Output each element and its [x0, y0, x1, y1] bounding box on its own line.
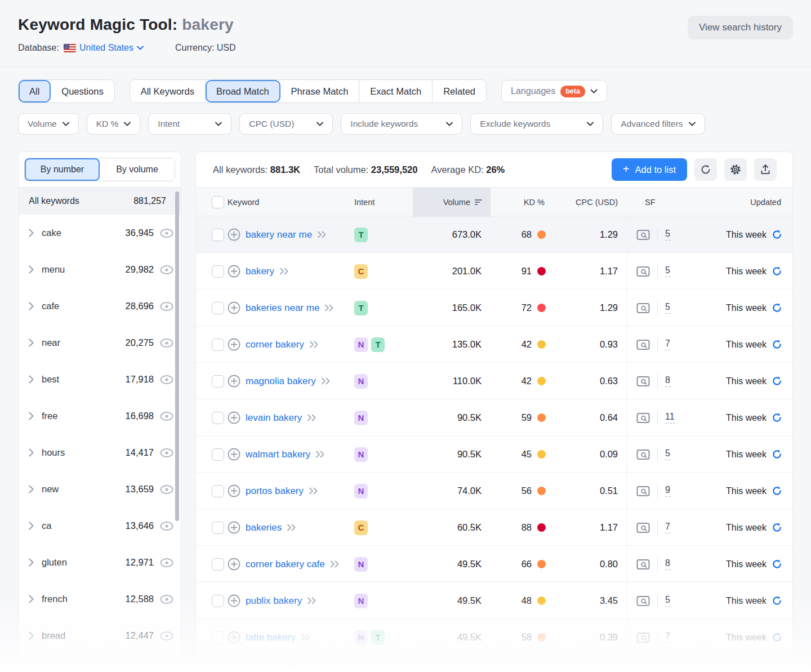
- settings-button[interactable]: [724, 158, 747, 181]
- eye-icon[interactable]: [159, 521, 174, 531]
- eye-icon[interactable]: [159, 484, 174, 495]
- row-checkbox[interactable]: [212, 265, 224, 278]
- refresh-keyword-icon[interactable]: [772, 229, 782, 240]
- column-intent[interactable]: Intent: [354, 188, 413, 217]
- sidebar-group-row[interactable]: bread 12,447: [19, 617, 181, 654]
- sidebar-scrollbar[interactable]: [175, 192, 179, 521]
- sf-value[interactable]: 5: [665, 595, 670, 607]
- refresh-keyword-icon[interactable]: [772, 302, 782, 313]
- double-chevron-right-icon[interactable]: [307, 414, 317, 421]
- sf-value[interactable]: 5: [665, 265, 670, 277]
- sidebar-group-row[interactable]: cake 36,945: [19, 215, 181, 251]
- refresh-keyword-icon[interactable]: [772, 486, 782, 496]
- keyword-link[interactable]: corner bakery cafe: [246, 559, 325, 570]
- tab-phrase-match[interactable]: Phrase Match: [280, 80, 360, 103]
- tab-questions[interactable]: Questions: [51, 80, 114, 103]
- sf-value[interactable]: 8: [665, 558, 670, 570]
- filter-include-keywords[interactable]: Include keywords: [341, 113, 462, 135]
- keyword-link[interactable]: bakery near me: [246, 229, 312, 241]
- sf-value[interactable]: 5: [665, 448, 670, 460]
- eye-icon[interactable]: [159, 228, 174, 238]
- serp-features-icon[interactable]: [636, 522, 650, 533]
- serp-features-icon[interactable]: [636, 266, 650, 277]
- row-checkbox[interactable]: [212, 339, 224, 351]
- sidebar-group-row[interactable]: near 20,275: [19, 324, 181, 361]
- filter-volume[interactable]: Volume: [18, 113, 79, 135]
- serp-features-icon[interactable]: [636, 229, 650, 241]
- serp-features-icon[interactable]: [636, 449, 650, 460]
- row-checkbox[interactable]: [212, 522, 224, 534]
- double-chevron-right-icon[interactable]: [317, 231, 327, 238]
- sidebar-group-row[interactable]: ca 13,646: [19, 508, 181, 544]
- serp-features-icon[interactable]: [636, 559, 650, 570]
- double-chevron-right-icon[interactable]: [315, 451, 326, 458]
- double-chevron-right-icon[interactable]: [309, 341, 319, 348]
- column-volume[interactable]: Volume: [413, 188, 491, 217]
- sidebar-group-row[interactable]: gluten 12,971: [19, 544, 181, 581]
- refresh-button[interactable]: [694, 158, 717, 181]
- keyword-link[interactable]: corner bakery: [246, 339, 304, 350]
- column-keyword[interactable]: Keyword: [228, 188, 354, 217]
- keyword-link[interactable]: levain bakery: [246, 412, 302, 424]
- add-keyword-icon[interactable]: [228, 594, 240, 607]
- add-keyword-icon[interactable]: [228, 631, 240, 644]
- column-kd[interactable]: KD %: [491, 188, 554, 217]
- eye-icon[interactable]: [159, 375, 174, 385]
- sf-value[interactable]: 7: [665, 339, 670, 350]
- eye-icon[interactable]: [159, 448, 174, 458]
- sidebar-all-keywords-row[interactable]: All keywords 881,257: [19, 188, 181, 215]
- sf-value[interactable]: 5: [665, 229, 670, 241]
- keyword-link[interactable]: tatte bakery: [246, 632, 296, 643]
- tab-all-keywords[interactable]: All Keywords: [130, 80, 206, 103]
- add-keyword-icon[interactable]: [228, 558, 240, 571]
- double-chevron-right-icon[interactable]: [309, 487, 319, 495]
- add-keyword-icon[interactable]: [228, 448, 240, 461]
- serp-features-icon[interactable]: [636, 376, 650, 387]
- double-chevron-right-icon[interactable]: [279, 268, 289, 275]
- serp-features-icon[interactable]: [636, 486, 650, 497]
- refresh-keyword-icon[interactable]: [772, 522, 782, 533]
- filter-intent[interactable]: Intent: [148, 113, 231, 135]
- refresh-keyword-icon[interactable]: [772, 376, 782, 386]
- tab-by-number[interactable]: By number: [25, 158, 100, 181]
- row-checkbox[interactable]: [212, 302, 224, 314]
- tab-all[interactable]: All: [19, 80, 51, 103]
- double-chevron-right-icon[interactable]: [301, 634, 311, 641]
- sidebar-group-row[interactable]: cafe 28,696: [19, 288, 181, 324]
- row-checkbox[interactable]: [212, 375, 224, 388]
- sidebar-group-row[interactable]: new 13,659: [19, 471, 181, 508]
- view-search-history-button[interactable]: View search history: [688, 16, 793, 39]
- tab-exact-match[interactable]: Exact Match: [359, 80, 433, 103]
- add-to-list-button[interactable]: +Add to list: [612, 158, 687, 181]
- tab-broad-match[interactable]: Broad Match: [206, 80, 280, 103]
- serp-features-icon[interactable]: [636, 632, 650, 643]
- database-selector[interactable]: United States: [64, 43, 144, 53]
- add-keyword-icon[interactable]: [228, 265, 240, 278]
- serp-features-icon[interactable]: [636, 339, 650, 350]
- sidebar-group-row[interactable]: hours 14,417: [19, 434, 181, 471]
- eye-icon[interactable]: [159, 338, 174, 348]
- row-checkbox[interactable]: [212, 229, 224, 241]
- keyword-link[interactable]: portos bakery: [246, 486, 304, 497]
- refresh-keyword-icon[interactable]: [772, 339, 782, 350]
- serp-features-icon[interactable]: [636, 595, 650, 607]
- refresh-keyword-icon[interactable]: [772, 632, 782, 643]
- keyword-link[interactable]: walmart bakery: [246, 449, 310, 460]
- eye-icon[interactable]: [159, 265, 174, 275]
- sidebar-group-row[interactable]: free 16,698: [19, 398, 181, 434]
- row-checkbox[interactable]: [212, 485, 224, 497]
- double-chevron-right-icon[interactable]: [287, 524, 297, 531]
- serp-features-icon[interactable]: [636, 302, 650, 314]
- eye-icon[interactable]: [159, 594, 174, 604]
- add-keyword-icon[interactable]: [228, 338, 240, 351]
- sf-value[interactable]: 7: [665, 522, 670, 533]
- add-keyword-icon[interactable]: [228, 301, 240, 314]
- languages-dropdown[interactable]: Languages beta: [501, 80, 607, 103]
- row-checkbox[interactable]: [212, 448, 224, 461]
- refresh-keyword-icon[interactable]: [772, 412, 782, 423]
- filter-advanced[interactable]: Advanced filters: [611, 113, 705, 135]
- filter-cpc[interactable]: CPC (USD): [239, 113, 333, 135]
- sf-value[interactable]: 11: [665, 412, 675, 424]
- column-sf[interactable]: SF: [627, 188, 692, 217]
- keyword-link[interactable]: bakery: [246, 266, 274, 277]
